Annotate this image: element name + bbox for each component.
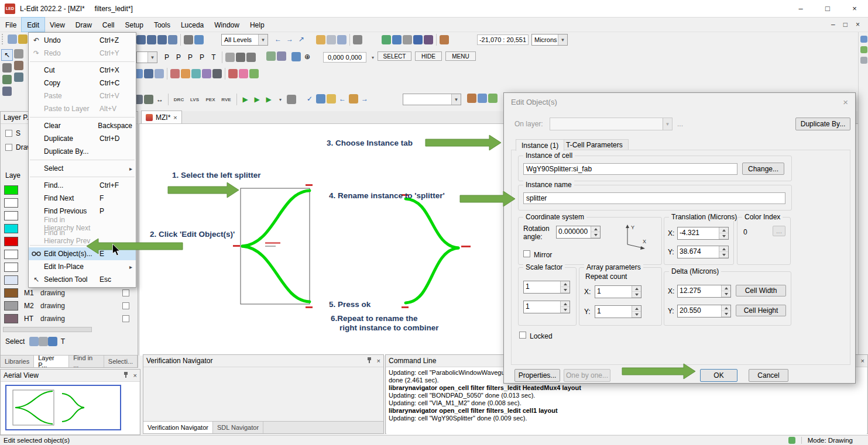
net-combobox[interactable]: ▼ [403, 94, 461, 105]
menu-item-find[interactable]: Find...Ctrl+F [29, 179, 136, 192]
spin-up[interactable] [722, 305, 730, 311]
delta-x-spinner[interactable]: 12.275 [677, 285, 731, 298]
group-icon[interactable] [170, 69, 180, 78]
spin-up[interactable] [722, 285, 730, 291]
select-box-icon[interactable] [48, 337, 57, 346]
run-options-icon[interactable]: ▾ [275, 94, 286, 105]
menu-item-paste-to-layer[interactable]: Paste to LayerAlt+V [29, 102, 136, 115]
wire-tool-icon[interactable] [236, 53, 245, 62]
layer-swatch[interactable] [4, 288, 18, 298]
layer-row-ht[interactable]: HTdrawing [1, 312, 138, 325]
probe-icon[interactable] [467, 94, 476, 103]
dock-tool-icon[interactable] [860, 36, 867, 43]
save-icon[interactable] [392, 35, 402, 44]
close-icon[interactable]: × [861, 357, 864, 364]
spin-up[interactable] [632, 286, 641, 292]
lvs-icon[interactable]: LVS [187, 95, 202, 104]
zoom-select-icon[interactable] [194, 35, 204, 44]
layer-swatch[interactable] [4, 185, 18, 195]
prev-view-icon[interactable]: ← [337, 94, 348, 104]
spin-down[interactable] [722, 311, 730, 317]
link-icon[interactable] [353, 35, 362, 44]
properties-button[interactable]: Properties... [514, 369, 560, 382]
spin-up[interactable] [719, 227, 728, 233]
cell-height-button[interactable]: Cell Height [736, 305, 786, 316]
toolbar-grip[interactable] [2, 34, 5, 44]
spin-up[interactable] [632, 306, 641, 312]
find-hierarchy-icon[interactable] [168, 35, 177, 44]
dialog-close-icon[interactable]: × [843, 97, 848, 107]
combiner-instance[interactable] [402, 194, 471, 308]
settings-icon[interactable] [287, 95, 296, 104]
minimize-button[interactable]: – [787, 0, 814, 18]
layer-row-m1[interactable]: M1drawing [1, 287, 138, 299]
hide-button[interactable]: HIDE [415, 51, 442, 61]
mdi-close-button[interactable]: × [856, 20, 860, 29]
layer-swatch[interactable] [4, 275, 18, 285]
ok-button[interactable]: OK [700, 369, 737, 382]
move-icon[interactable] [291, 52, 301, 61]
back-icon[interactable]: ← [273, 34, 283, 44]
paste-icon[interactable] [327, 35, 336, 44]
menu-item-find-next[interactable]: Find NextF [29, 192, 136, 205]
tab-selection[interactable]: Selecti... [104, 356, 138, 367]
menu-window[interactable]: Window [209, 18, 245, 32]
notes-icon[interactable] [424, 35, 433, 44]
tab-close-icon[interactable]: × [173, 114, 177, 121]
menu-item-select[interactable]: Select▸ [29, 162, 136, 175]
spin-down[interactable] [561, 307, 569, 313]
layer-swatch[interactable] [4, 301, 18, 311]
copy-icon[interactable] [337, 35, 346, 44]
translation-y-spinner[interactable]: 38.674 [677, 246, 729, 258]
maximize-button[interactable]: □ [814, 0, 841, 18]
levels-combobox[interactable]: All Levels ▼ [221, 34, 268, 46]
rectangle-tool-icon[interactable] [2, 63, 12, 73]
tab-tcell-parameters[interactable]: T-Cell Parameters [560, 139, 629, 150]
find-icon[interactable] [136, 35, 146, 44]
angle-tool-icon[interactable] [246, 53, 256, 62]
ruler-icon[interactable] [225, 53, 235, 62]
log-book-icon[interactable] [413, 35, 423, 44]
find-previous-icon[interactable] [157, 35, 167, 44]
menu-tools[interactable]: Tools [149, 18, 176, 32]
markers-icon[interactable] [228, 69, 238, 78]
dock-tool-icon[interactable] [860, 57, 867, 64]
polygon-tool-2-icon[interactable]: P [173, 52, 184, 63]
scale-x-spinner[interactable]: 1 [523, 281, 570, 294]
grid-icon[interactable] [266, 51, 276, 61]
next-view-icon[interactable]: → [359, 94, 370, 104]
spin-down[interactable] [722, 291, 730, 297]
chevron-down-icon[interactable]: ▼ [558, 35, 567, 45]
open-cell-icon[interactable] [316, 35, 325, 44]
polygon-tool-icon[interactable] [2, 75, 12, 84]
matrix-icon[interactable] [144, 95, 153, 104]
layer-swatch[interactable] [4, 198, 18, 208]
swap-icon[interactable]: ↔ [155, 94, 165, 105]
pex-icon[interactable]: PEX [203, 95, 218, 104]
select-button[interactable]: SELECT [378, 51, 411, 61]
instance-name-field[interactable]: splitter [523, 192, 785, 204]
cross-section-icon[interactable] [478, 94, 487, 103]
ungroup-icon[interactable] [181, 69, 190, 78]
style-combobox[interactable]: ▼ [136, 51, 157, 63]
import-icon[interactable] [18, 35, 28, 44]
delta-y-spinner[interactable]: 20.550 [677, 305, 731, 318]
draw-checkbox[interactable] [5, 144, 12, 151]
menu-setup[interactable]: Setup [120, 18, 149, 32]
array-icon[interactable] [155, 69, 164, 78]
chevron-down-icon[interactable]: ▼ [258, 35, 267, 45]
layer-swatch[interactable] [4, 263, 18, 272]
menu-luceda[interactable]: Luceda [176, 18, 209, 32]
origin-icon[interactable]: ⊕ [302, 51, 313, 62]
locked-checkbox[interactable] [519, 332, 526, 339]
mirror-checkbox[interactable] [523, 250, 530, 257]
spin-up[interactable] [561, 301, 569, 307]
chevron-down-icon[interactable]: ▼ [451, 94, 461, 105]
select-filter-icon[interactable] [39, 337, 48, 346]
layer-list-scrollbar[interactable] [3, 327, 92, 332]
run-pex-icon[interactable]: ▶ [263, 94, 274, 105]
rve-icon[interactable]: RVE [219, 95, 234, 104]
tab-layer-palette[interactable]: Layer P... [34, 356, 69, 367]
status-tool-icon[interactable] [788, 437, 795, 444]
highlight-icon[interactable] [239, 69, 248, 78]
